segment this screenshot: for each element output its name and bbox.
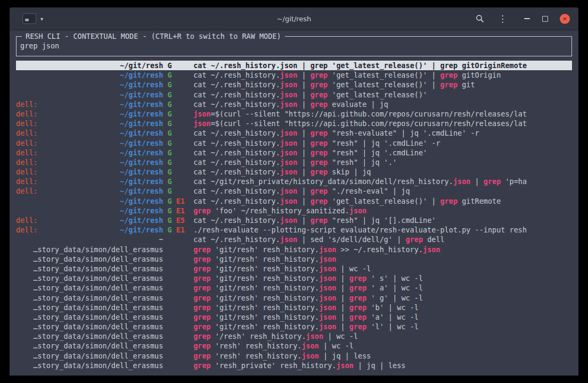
location-cell: …story_data/simon/dell_erasmus	[16, 264, 163, 273]
query-match: json	[280, 100, 298, 109]
history-row[interactable]: dell:~/git/reshGcat ~/.resh_history.json…	[16, 148, 572, 157]
history-row[interactable]: dell:~/git/reshGjson=$(curl --silent "ht…	[16, 109, 572, 119]
command-text: cat ~/.resh_history.json | grep 'get_lat…	[193, 61, 572, 70]
query-match: json	[280, 129, 298, 137]
directory-label: ~/git/resh	[120, 168, 163, 176]
query-match: grep	[311, 187, 328, 195]
command-text: grep 'git/resh' resh_history.json	[193, 254, 572, 264]
history-row[interactable]: …story_data/simon/dell_erasmusgrep 'resh…	[16, 351, 572, 361]
command-text: cat ~/.resh_history.json | grep "./resh-…	[193, 186, 572, 196]
flag-g: G	[167, 80, 172, 89]
host-label: dell:	[16, 186, 38, 196]
menu-kebab-icon[interactable]: ⋮	[498, 14, 507, 23]
query-match: grep	[440, 80, 458, 89]
flags-cell: G	[163, 90, 193, 99]
query-match: grep	[311, 71, 328, 79]
terminal-tab-icon[interactable]	[22, 13, 36, 24]
history-row[interactable]: ~/git/reshG E1grep 'foo' ~/resh_history_…	[16, 206, 572, 215]
directory-label: …story_data/simon/dell_erasmus	[33, 274, 163, 282]
flags-cell	[163, 361, 193, 370]
query-match: grep	[193, 313, 211, 321]
history-row[interactable]: …story_data/simon/dell_erasmusgrep 'git/…	[16, 283, 572, 293]
resh-search-box: RESH CLI - CONTEXTUAL MODE - (CTRL+R to …	[16, 36, 572, 56]
flag-g: G	[167, 177, 172, 186]
history-row[interactable]: …story_data/simon/dell_erasmusgrep 'resh…	[16, 341, 572, 351]
history-row[interactable]: …story_data/simon/dell_erasmusgrep 'git/…	[16, 254, 572, 264]
query-match: json	[280, 187, 298, 195]
command-text: cat ~/.resh_history.json | grep 'get_lat…	[193, 196, 572, 206]
command-text: grep 'git/resh' resh_history.json >> ~/.…	[193, 245, 572, 254]
history-row[interactable]: dell:~/git/reshGcat ~/git/resh_private/h…	[16, 177, 572, 186]
directory-label: ~/git/resh	[120, 119, 163, 128]
query-match: grep	[311, 90, 328, 99]
host-label: dell:	[16, 148, 38, 157]
history-row[interactable]: dell:~/git/reshGjson=$(curl --silent "ht…	[16, 119, 572, 128]
search-icon[interactable]	[476, 14, 484, 23]
history-row[interactable]: …story_data/simon/dell_erasmusgrep 'git/…	[16, 264, 572, 273]
location-cell: …story_data/simon/dell_erasmus	[16, 361, 163, 370]
location-cell: dell:~/git/resh	[16, 138, 163, 148]
search-query-input[interactable]: grep json	[20, 41, 59, 50]
history-row[interactable]: ~cat ~/.resh_history.json | sed 's/dell/…	[16, 235, 572, 244]
flags-cell	[163, 312, 193, 322]
host-label: dell:	[16, 225, 38, 235]
history-row[interactable]: dell:~/git/reshGcat ~/.resh_history.json…	[16, 186, 572, 196]
location-cell: dell:~/git/resh	[16, 128, 163, 138]
history-row[interactable]: …story_data/simon/dell_erasmusgrep 'git/…	[16, 322, 572, 331]
history-row[interactable]: …story_data/simon/dell_erasmusgrep '/res…	[16, 331, 572, 341]
close-icon: ✕	[562, 16, 567, 22]
query-match: json	[306, 332, 324, 340]
query-match: json	[423, 245, 440, 254]
terminal-content[interactable]: RESH CLI - CONTEXTUAL MODE - (CTRL+R to …	[10, 36, 578, 370]
history-row[interactable]: ~/git/reshGcat ~/.resh_history.json | gr…	[16, 70, 572, 80]
flag-g: G	[167, 168, 172, 176]
query-match: grep	[406, 235, 423, 244]
flags-cell: G	[163, 99, 193, 109]
history-row[interactable]: ~/git/reshGcat ~/.resh_history.json | gr…	[16, 80, 572, 89]
history-row[interactable]: ~/git/reshG E1cat ~/.resh_history.json |…	[16, 196, 572, 206]
query-match: grep	[311, 129, 328, 137]
flags-cell: G E5	[163, 215, 193, 225]
command-text: cat ~/.resh_history.json | grep 'get_lat…	[193, 70, 572, 80]
history-row[interactable]: dell:~/git/reshG E5cat ~/.resh_history.j…	[16, 215, 572, 225]
host-label: dell:	[16, 177, 38, 186]
history-row[interactable]: dell:~/git/reshG E1./resh-evaluate --plo…	[16, 225, 572, 235]
directory-label: ~/git/resh	[120, 197, 163, 205]
flags-cell	[163, 303, 193, 312]
chevron-down-icon[interactable]: ▾	[40, 16, 43, 22]
query-match: json	[319, 322, 337, 331]
history-row[interactable]: dell:~/git/reshGcat ~/.resh_history.json…	[16, 99, 572, 109]
restore-button[interactable]	[542, 16, 548, 22]
history-row[interactable]: ~/git/reshGcat ~/.resh_history.json | gr…	[16, 90, 572, 99]
history-row[interactable]: …story_data/simon/dell_erasmusgrep 'git/…	[16, 303, 572, 312]
directory-label: ~/git/resh	[120, 148, 163, 157]
history-row[interactable]: …story_data/simon/dell_erasmusgrep 'git/…	[16, 312, 572, 322]
titlebar[interactable]: ~/git/resh ▾ ⋮ ✕	[10, 7, 578, 30]
location-cell: dell:~/git/resh	[16, 119, 163, 128]
command-text: grep 'git/resh' resh_history.json | grep…	[193, 273, 572, 283]
flags-cell	[163, 235, 193, 244]
flags-cell: G	[163, 128, 193, 138]
history-row[interactable]: …story_data/simon/dell_erasmusgrep 'git/…	[16, 273, 572, 283]
flags-cell: G	[163, 177, 193, 186]
history-row[interactable]: …story_data/simon/dell_erasmusgrep 'resh…	[16, 361, 572, 370]
directory-label: …story_data/simon/dell_erasmus	[33, 294, 163, 302]
close-button[interactable]: ✕	[560, 14, 570, 24]
history-row[interactable]: dell:~/git/reshGcat ~/.resh_history.json…	[16, 128, 572, 138]
history-row[interactable]: …story_data/simon/dell_erasmusgrep 'git/…	[16, 245, 572, 254]
command-text: grep 'git/resh' resh_history.json | grep…	[193, 283, 572, 293]
minimize-button[interactable]	[523, 18, 530, 19]
query-match: grep	[349, 294, 367, 302]
history-row[interactable]: ~/git/reshGcat ~/.resh_history.json | gr…	[16, 61, 572, 70]
query-match: json	[193, 119, 211, 128]
command-text: cat ~/.resh_history.json | grep "resh" |…	[193, 138, 572, 148]
history-row[interactable]: dell:~/git/reshGcat ~/.resh_history.json…	[16, 138, 572, 148]
flag-g: G	[167, 158, 172, 166]
query-match: json	[336, 361, 354, 370]
history-row[interactable]: dell:~/git/reshGcat ~/.resh_history.json…	[16, 167, 572, 177]
history-row[interactable]: dell:~/git/reshGcat ~/.resh_history.json…	[16, 157, 572, 167]
location-cell: …story_data/simon/dell_erasmus	[16, 293, 163, 303]
query-match: grep	[311, 61, 328, 70]
history-row[interactable]: …story_data/simon/dell_erasmusgrep 'git/…	[16, 293, 572, 303]
flags-cell	[163, 341, 193, 351]
